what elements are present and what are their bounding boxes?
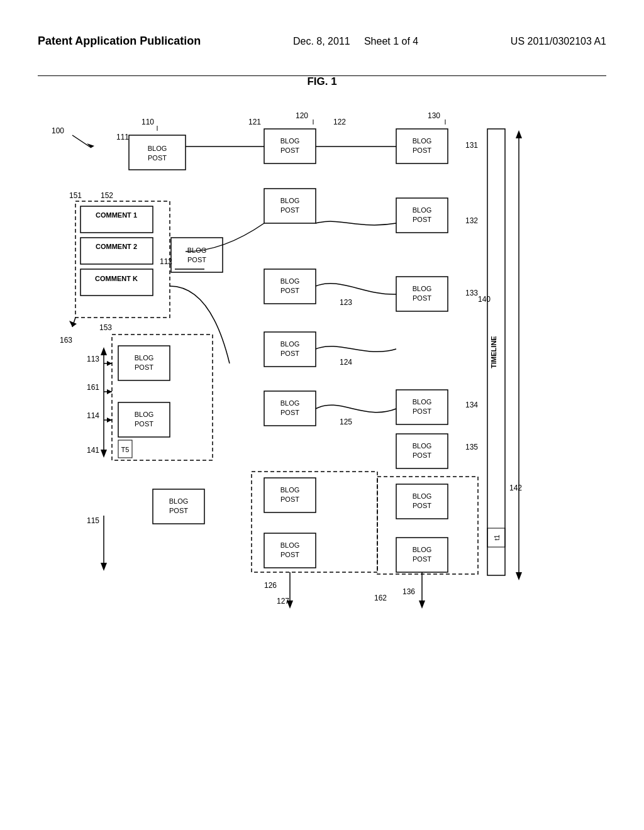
diagram-svg: 100 110 111 BLOG POST 151 152 COMMENT 1 … [19, 94, 610, 723]
blog-post-col2-top-l2: POST [280, 147, 299, 154]
svg-marker-13 [107, 361, 112, 366]
t1-label: t1 [493, 534, 501, 540]
svg-rect-8 [171, 238, 223, 272]
publication-label: Patent Application Publication [38, 35, 201, 48]
date-sheet: Dec. 8, 2011 Sheet 1 of 4 [293, 36, 418, 47]
date: Dec. 8, 2011 [293, 36, 350, 47]
patent-number: US 2011/0302103 A1 [511, 36, 606, 47]
svg-marker-54 [419, 600, 425, 609]
ref-136: 136 [402, 587, 415, 596]
ref-142: 142 [509, 484, 522, 492]
ref-133: 133 [465, 289, 478, 297]
ref-134: 134 [465, 401, 478, 409]
blog-post-114-l1: BLOG [135, 411, 154, 418]
ref-152: 152 [101, 191, 113, 200]
ref-131: 131 [465, 141, 478, 150]
ref-140: 140 [478, 295, 491, 304]
comment2-label: COMMENT 2 [96, 243, 137, 250]
blog-post-col2-low1-l1: BLOG [280, 486, 300, 494]
blog-post-col3-132-l1: BLOG [413, 206, 432, 214]
svg-rect-6 [80, 238, 153, 264]
blog-post-col2-low2-l2: POST [280, 551, 299, 558]
ref-122: 122 [333, 118, 346, 126]
blog-post-113-l1: BLOG [135, 354, 154, 362]
blog-post-col3-133-l2: POST [413, 294, 431, 302]
blog-post-col3-135-l1: BLOG [413, 442, 432, 450]
commentk-label: COMMENT K [95, 275, 138, 282]
blog-post-col3-low2-l1: BLOG [413, 546, 432, 553]
svg-marker-16 [107, 389, 112, 394]
blog-post-col3-low1-l2: POST [413, 502, 431, 509]
ref-113: 113 [87, 355, 99, 363]
blog-post-col3-133-l1: BLOG [413, 285, 432, 292]
ref-161: 161 [87, 383, 99, 392]
ref-151: 151 [69, 191, 82, 200]
ref-125: 125 [340, 418, 352, 426]
ref-141: 141 [87, 446, 99, 455]
svg-marker-26 [101, 563, 107, 571]
blog-post-col3-131-l2: POST [413, 147, 431, 154]
svg-marker-23 [101, 450, 107, 458]
blog-post-col3-low2-l2: POST [413, 555, 431, 563]
t5-label: T5 [121, 446, 130, 453]
ref-111: 111 [116, 133, 129, 141]
blog-post-112-l2: POST [187, 256, 206, 263]
blog-post-col3-131-l1: BLOG [413, 137, 432, 145]
blog-post-col3-135-l2: POST [413, 451, 431, 459]
ref-114: 114 [87, 411, 99, 420]
svg-line-0 [72, 135, 91, 148]
blog-post-col2-r3-l2: POST [280, 287, 299, 294]
page: Patent Application Publication Dec. 8, 2… [0, 0, 644, 830]
blog-post-col3-132-l2: POST [413, 216, 431, 223]
ref-115: 115 [87, 516, 99, 525]
ref-126: 126 [264, 581, 277, 590]
svg-rect-11 [112, 335, 213, 460]
blog-post-col2-r4-l2: POST [280, 350, 299, 357]
svg-rect-3 [129, 135, 186, 170]
blog-post-col2-r5-l2: POST [280, 409, 299, 416]
blog-post-115-l2: POST [169, 507, 188, 514]
svg-marker-22 [101, 347, 107, 355]
ref-120: 120 [296, 111, 308, 120]
svg-marker-48 [516, 572, 522, 580]
figure-label: FIG. 1 [0, 75, 644, 88]
header: Patent Application Publication Dec. 8, 2… [0, 35, 644, 48]
ref-130: 130 [428, 111, 440, 120]
blog-post-111-line1: BLOG [148, 145, 167, 152]
blog-post-col2-r2-l1: BLOG [280, 197, 300, 204]
blog-post-col2-r4-l1: BLOG [280, 340, 300, 348]
svg-rect-5 [80, 206, 153, 233]
ref-162: 162 [374, 594, 387, 602]
ref-110: 110 [142, 118, 154, 126]
ref-121: 121 [248, 118, 261, 126]
blog-post-col2-low2-l1: BLOG [280, 541, 300, 549]
ref-163: 163 [60, 336, 72, 345]
blog-post-col2-r3-l1: BLOG [280, 277, 300, 285]
ref-123: 123 [340, 298, 352, 307]
blog-post-col2-top-l1: BLOG [280, 137, 300, 145]
ref-100: 100 [52, 126, 64, 135]
svg-marker-10 [69, 321, 77, 327]
blog-post-114-l2: POST [135, 420, 153, 428]
svg-rect-7 [80, 269, 153, 296]
blog-post-111-line2: POST [148, 154, 167, 162]
ref-135: 135 [465, 443, 478, 451]
sheet: Sheet 1 of 4 [364, 36, 418, 47]
blog-post-col2-r2-l2: POST [280, 206, 299, 214]
blog-post-115-l1: BLOG [169, 497, 189, 505]
blog-post-col3-134-l2: POST [413, 407, 431, 415]
comment1-label: COMMENT 1 [96, 211, 137, 219]
ref-124: 124 [340, 358, 352, 367]
svg-marker-47 [516, 130, 522, 138]
blog-post-col3-low1-l1: BLOG [413, 492, 432, 500]
blog-post-col2-r5-l1: BLOG [280, 399, 300, 407]
blog-post-113-l2: POST [135, 363, 153, 371]
timeline-label: TIMELINE [490, 336, 497, 368]
svg-rect-33 [252, 472, 377, 572]
blog-post-col3-134-l1: BLOG [413, 398, 432, 406]
blog-post-col2-low1-l2: POST [280, 495, 299, 503]
svg-marker-18 [107, 418, 112, 423]
ref-153: 153 [99, 323, 112, 332]
ref-132: 132 [465, 216, 478, 225]
